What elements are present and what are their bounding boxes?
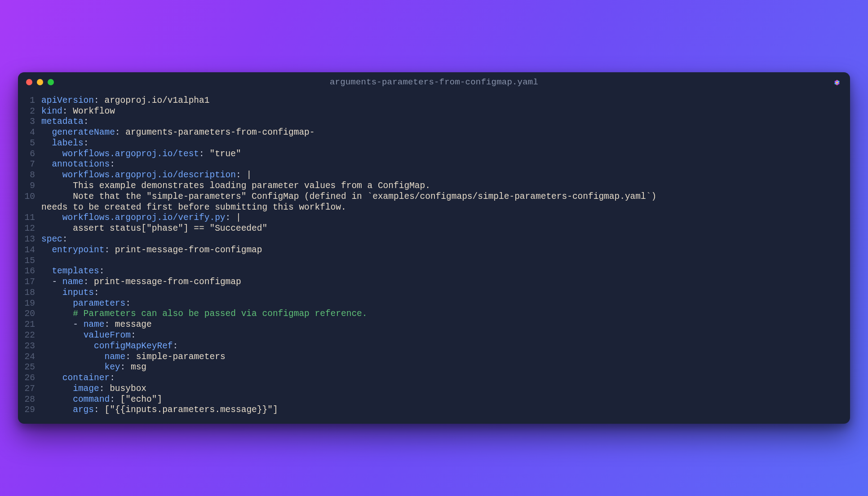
code-content: - name: print-message-from-configmap [41,277,840,288]
titlebar: arguments-parameters-from-configmap.yaml [18,72,850,92]
code-content: apiVersion: argoproj.io/v1alpha1 [41,96,840,106]
line-number: 3 [18,117,41,127]
code-content: parameters: [41,298,840,309]
code-editor[interactable]: 1apiVersion: argoproj.io/v1alpha12kind: … [18,92,850,424]
code-content: spec: [41,234,840,245]
code-line: 12 assert status["phase"] == "Succeeded" [18,224,850,234]
code-content: valueFrom: [41,330,840,341]
line-number: 9 [18,181,41,192]
code-content: key: msg [41,362,840,373]
line-number: 21 [18,320,41,330]
close-icon[interactable] [26,79,32,85]
line-number: 16 [18,266,41,277]
code-line: 16 templates: [18,266,850,277]
line-number: 14 [18,245,41,256]
code-content: image: busybox [41,384,840,395]
line-number: 18 [18,288,41,298]
line-number: 26 [18,373,41,384]
code-line: 19 parameters: [18,298,850,309]
code-line: 7 annotations: [18,159,850,170]
code-line: 8 workflows.argoproj.io/description: | [18,170,850,181]
line-number: 27 [18,384,41,395]
code-line: 27 image: busybox [18,384,850,395]
code-line: 23 configMapKeyRef: [18,341,850,352]
code-content: entrypoint: print-message-from-configmap [41,245,840,256]
line-number: 22 [18,330,41,341]
line-number: 13 [18,234,41,245]
code-content: templates: [41,266,840,277]
line-number: 29 [18,405,41,416]
code-line: 22 valueFrom: [18,330,850,341]
code-content: command: ["echo"] [41,395,840,405]
code-line: 5 labels: [18,138,850,149]
code-content: workflows.argoproj.io/verify.py: | [41,213,840,224]
code-content: kind: Workflow [41,106,840,117]
code-line: 9 This example demonstrates loading para… [18,181,850,192]
code-line: 17 - name: print-message-from-configmap [18,277,850,288]
line-number: 12 [18,224,41,234]
traffic-lights [26,79,54,85]
code-line: 14 entrypoint: print-message-from-config… [18,245,850,256]
code-line: 15 [18,256,850,267]
code-line: 21 - name: message [18,320,850,330]
code-content: Note that the "simple-parameters" Config… [41,192,840,202]
code-content: # Parameters can also be passed via conf… [41,309,840,320]
line-number: 20 [18,309,41,320]
code-line: 13spec: [18,234,850,245]
line-number: 15 [18,256,41,267]
code-line: 3metadata: [18,117,850,127]
line-number: 11 [18,213,41,224]
editor-window: arguments-parameters-from-configmap.yaml… [18,72,850,424]
line-number: 10 [18,192,41,202]
window-title: arguments-parameters-from-configmap.yaml [18,77,850,87]
code-content: labels: [41,138,840,149]
code-content: workflows.argoproj.io/description: | [41,170,840,181]
line-number: 17 [18,277,41,288]
code-line: 11 workflows.argoproj.io/verify.py: | [18,213,850,224]
code-content: metadata: [41,117,840,127]
code-content: name: simple-parameters [41,352,840,363]
code-content: assert status["phase"] == "Succeeded" [41,224,840,234]
line-number: 25 [18,362,41,373]
code-line-continuation: 00needs to be created first before submi… [18,202,850,213]
line-number: 28 [18,395,41,405]
code-content: inputs: [41,288,840,298]
line-number: 6 [18,149,41,160]
code-line: 20 # Parameters can also be passed via c… [18,309,850,320]
svg-point-3 [836,82,838,83]
code-line: 2kind: Workflow [18,106,850,117]
code-line: 29 args: ["{{inputs.parameters.message}}… [18,405,850,416]
line-number: 4 [18,127,41,138]
code-content [41,256,840,267]
minimize-icon[interactable] [37,79,43,85]
code-line: 24 name: simple-parameters [18,352,850,363]
code-line: 26 container: [18,373,850,384]
code-content: container: [41,373,840,384]
line-number: 23 [18,341,41,352]
code-line: 10 Note that the "simple-parameters" Con… [18,192,850,202]
code-content: configMapKeyRef: [41,341,840,352]
line-number: 7 [18,159,41,170]
app-logo-icon [832,78,842,88]
zoom-icon[interactable] [48,79,54,85]
line-number: 19 [18,298,41,309]
code-content: generateName: arguments-parameters-from-… [41,127,840,138]
code-content: annotations: [41,159,840,170]
code-line: 1apiVersion: argoproj.io/v1alpha1 [18,96,850,106]
code-line: 28 command: ["echo"] [18,395,850,405]
code-line: 18 inputs: [18,288,850,298]
code-line: 4 generateName: arguments-parameters-fro… [18,127,850,138]
code-content: workflows.argoproj.io/test: "true" [41,149,840,160]
line-number: 8 [18,170,41,181]
code-content: - name: message [41,320,840,330]
line-number: 24 [18,352,41,363]
code-line: 6 workflows.argoproj.io/test: "true" [18,149,850,160]
line-number: 1 [18,96,41,106]
code-line: 25 key: msg [18,362,850,373]
code-content: args: ["{{inputs.parameters.message}}"] [41,405,840,416]
code-content: This example demonstrates loading parame… [41,181,840,192]
line-number: 5 [18,138,41,149]
line-number: 2 [18,106,41,117]
